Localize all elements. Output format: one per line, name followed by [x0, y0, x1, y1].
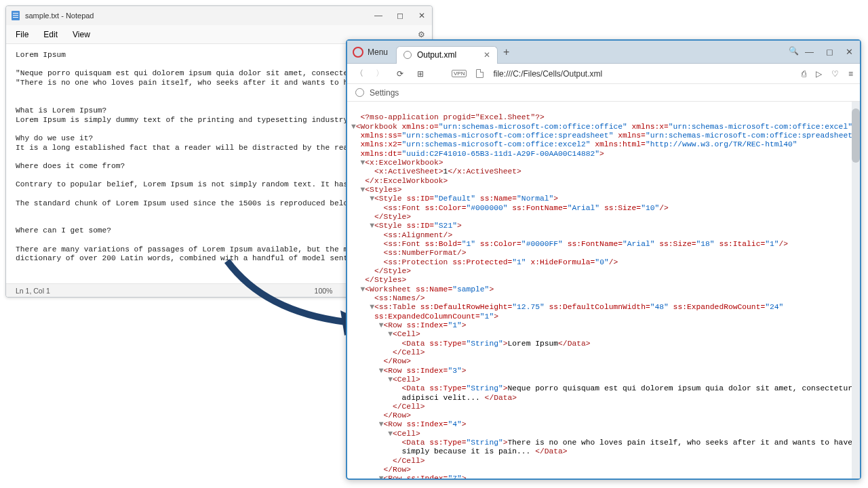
minimize-icon[interactable]: — [805, 47, 814, 57]
heart-icon[interactable]: ♡ [831, 69, 839, 79]
notepad-app-icon [12, 11, 20, 20]
maximize-icon[interactable]: ◻ [395, 11, 405, 20]
close-icon[interactable]: ✕ [417, 11, 427, 20]
new-tab-button[interactable]: + [503, 46, 509, 58]
minimize-icon[interactable]: — [374, 11, 383, 20]
scrollbar[interactable] [852, 102, 860, 479]
notepad-titlebar[interactable]: sample.txt - Notepad — ◻ ✕ [6, 6, 432, 25]
speed-dial-icon[interactable]: ⊞ [415, 69, 426, 79]
globe-icon [403, 51, 412, 59]
maximize-icon[interactable]: ◻ [826, 47, 833, 57]
xml-viewer[interactable]: <?mso-application progid="Excel.Sheet"?>… [347, 102, 860, 479]
browser-tab[interactable]: Output.xml ✕ [396, 46, 498, 64]
opera-toolbar: 〈 〉 ⟳ ⊞ VPN file:///C:/Files/Cells/Outpu… [347, 64, 860, 84]
opera-logo-icon[interactable] [353, 47, 363, 58]
notepad-title: sample.txt - Notepad [25, 12, 94, 20]
opera-window: Menu Output.xml ✕ + 🔍 — ◻ ✕ 〈 〉 ⟳ ⊞ VPN … [346, 39, 861, 480]
back-icon[interactable]: 〈 [354, 68, 365, 79]
easy-setup-icon[interactable]: ≡ [848, 69, 853, 79]
opera-menu-button[interactable]: Menu [368, 47, 388, 57]
forward-icon[interactable]: 〉 [374, 68, 385, 79]
menu-file[interactable]: File [16, 30, 28, 39]
vpn-badge[interactable]: VPN [452, 70, 467, 77]
status-cursor: Ln 1, Col 1 [6, 287, 303, 295]
reload-icon[interactable]: ⟳ [395, 69, 406, 79]
tab-label: Output.xml [417, 50, 456, 60]
search-icon[interactable]: 🔍 [789, 46, 799, 56]
settings-icon[interactable]: ⚙ [418, 30, 425, 39]
send-icon[interactable]: ▷ [816, 69, 822, 79]
menu-edit[interactable]: Edit [43, 30, 58, 39]
menu-view[interactable]: View [73, 30, 90, 39]
opera-tabbar: Menu Output.xml ✕ + 🔍 — ◻ ✕ [347, 41, 860, 64]
address-bar[interactable]: file:///C:/Files/Cells/Output.xml [493, 69, 792, 79]
close-icon[interactable]: ✕ [846, 47, 853, 57]
status-zoom: 100% [303, 287, 344, 295]
settings-label: Settings [370, 88, 399, 98]
scrollbar-thumb[interactable] [852, 108, 860, 163]
page-icon [476, 69, 484, 78]
tab-close-icon[interactable]: ✕ [484, 50, 490, 60]
page-settings-bar[interactable]: Settings [347, 84, 860, 102]
snapshot-icon[interactable]: ⎙ [802, 69, 806, 79]
gear-icon [355, 88, 364, 97]
